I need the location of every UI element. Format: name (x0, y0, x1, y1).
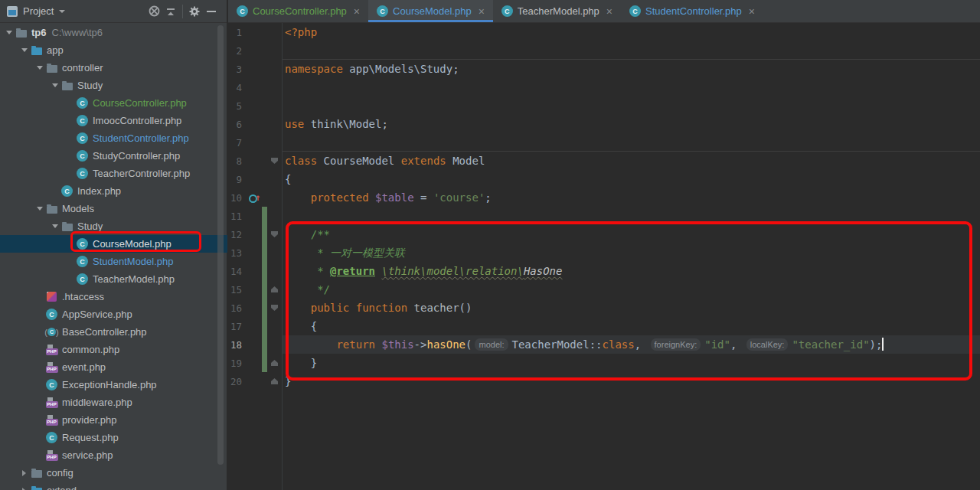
line-number[interactable]: 11 (228, 211, 248, 222)
tree-item-CourseController.php[interactable]: CCourseController.php (0, 94, 227, 112)
code-line-3[interactable]: 3namespace app\Models\Study; (228, 60, 980, 78)
close-tab-icon[interactable]: × (749, 6, 755, 17)
tree-item-StudentController.php[interactable]: CStudentController.php (0, 129, 227, 147)
tree-item-Models[interactable]: Models (0, 200, 227, 217)
code-line-18[interactable]: 18 return $this->hasOne(model:TeacherMod… (228, 335, 980, 354)
line-number[interactable]: 4 (228, 82, 248, 93)
line-number[interactable]: 17 (228, 321, 248, 332)
code-text[interactable]: */ (282, 280, 980, 299)
line-number[interactable]: 14 (228, 266, 248, 277)
line-number[interactable]: 5 (228, 100, 248, 112)
code-line-2[interactable]: 2 (228, 41, 980, 60)
code-text[interactable]: * @return \think\model\relation\HasOne (282, 262, 980, 280)
expand-open-icon[interactable] (34, 207, 45, 211)
tree-item-app[interactable]: app (0, 41, 227, 59)
line-number[interactable]: 8 (228, 155, 248, 167)
tree-item-TeacherModel.php[interactable]: CTeacherModel.php (0, 270, 227, 288)
expand-open-icon[interactable] (34, 66, 45, 70)
project-panel-title[interactable]: Project (23, 5, 54, 17)
expand-open-icon[interactable] (3, 31, 15, 34)
code-line-1[interactable]: 1<?php (228, 23, 980, 41)
tree-item-.htaccess[interactable]: .htaccess (0, 288, 227, 305)
expand-open-icon[interactable] (49, 224, 60, 228)
code-text[interactable]: public function teacher() (282, 299, 980, 317)
tree-item-config[interactable]: config (0, 464, 227, 482)
expand-open-icon[interactable] (18, 48, 30, 52)
code-text[interactable]: } (282, 354, 980, 372)
code-line-11[interactable]: 11 (228, 207, 980, 225)
tree-item-event.php[interactable]: PHPevent.php (0, 358, 227, 376)
close-tab-icon[interactable]: × (354, 6, 360, 17)
tree-item-StudentModel.php[interactable]: CStudentModel.php (0, 253, 227, 270)
tree-item-AppService.php[interactable]: CAppService.php (0, 305, 227, 323)
tab-CourseController.php[interactable]: CCourseController.php× (228, 0, 368, 22)
tree-item-middleware.php[interactable]: PHPmiddleware.php (0, 394, 227, 411)
code-line-17[interactable]: 17 { (228, 317, 980, 335)
line-number[interactable]: 1 (228, 27, 248, 38)
code-text[interactable]: protected $table = 'course'; (282, 188, 980, 207)
tree-item-StudyController.php[interactable]: CStudyController.php (0, 147, 227, 165)
code-line-16[interactable]: 16 public function teacher() (228, 299, 980, 317)
tree-item-common.php[interactable]: PHPcommon.php (0, 341, 227, 358)
code-editor[interactable]: 1<?php23namespace app\Models\Study;456us… (228, 23, 980, 490)
tree-item-Index.php[interactable]: CIndex.php (0, 182, 227, 200)
code-text[interactable] (282, 207, 980, 225)
code-text[interactable]: namespace app\Models\Study; (282, 60, 980, 78)
code-text[interactable]: /** (282, 225, 980, 243)
line-number[interactable]: 9 (228, 174, 248, 185)
line-number[interactable]: 16 (228, 302, 248, 314)
code-line-20[interactable]: 20} (228, 372, 980, 390)
collapse-all-button[interactable] (162, 3, 179, 20)
tab-CourseModel.php[interactable]: CCourseModel.php× (368, 0, 493, 22)
line-number[interactable]: 3 (228, 64, 248, 75)
line-number[interactable]: 10 (228, 192, 248, 204)
code-text[interactable]: return $this->hasOne(model:TeacherModel:… (282, 335, 980, 354)
tree-item-Study[interactable]: Study (0, 77, 227, 94)
line-number[interactable]: 15 (228, 284, 248, 296)
code-line-10[interactable]: 10 protected $table = 'course'; (228, 188, 980, 207)
close-tab-icon[interactable]: × (606, 6, 612, 17)
expand-open-icon[interactable] (49, 83, 60, 87)
tree-item-Study[interactable]: Study (0, 217, 227, 235)
code-text[interactable]: { (282, 170, 980, 188)
code-line-9[interactable]: 9{ (228, 170, 980, 188)
tree-item-ExceptionHandle.php[interactable]: CExceptionHandle.php (0, 376, 227, 394)
tree-item-extend[interactable]: extend (0, 482, 227, 490)
tree-item-controller[interactable]: controller (0, 59, 227, 77)
code-line-4[interactable]: 4 (228, 78, 980, 96)
code-text[interactable]: class CourseModel extends Model (282, 152, 980, 170)
tree-item-service.php[interactable]: PHPservice.php (0, 446, 227, 464)
code-text[interactable]: } (282, 372, 980, 390)
tree-scrollbar[interactable] (217, 25, 224, 465)
expand-closed-icon[interactable] (18, 488, 30, 490)
hide-panel-button[interactable] (203, 3, 220, 20)
line-number[interactable]: 13 (228, 247, 248, 259)
code-text[interactable]: { (282, 317, 980, 335)
code-text[interactable] (282, 133, 980, 152)
code-text[interactable] (282, 78, 980, 96)
code-text[interactable]: * 一对一模型关联 (282, 243, 980, 262)
tree-item-provider.php[interactable]: PHPprovider.php (0, 411, 227, 429)
code-line-14[interactable]: 14 * @return \think\model\relation\HasOn… (228, 262, 980, 280)
line-number[interactable]: 18 (228, 339, 248, 351)
tree-item-tp6[interactable]: tp6C:\www\tp6 (0, 24, 227, 41)
code-text[interactable] (282, 96, 980, 115)
code-line-15[interactable]: 15 */ (228, 280, 980, 299)
line-number[interactable]: 20 (228, 376, 248, 387)
fold-open-icon[interactable] (271, 305, 278, 311)
tool-window-icon[interactable] (7, 6, 18, 17)
line-number[interactable]: 2 (228, 45, 248, 57)
close-tab-icon[interactable]: × (479, 6, 485, 17)
tree-item-CourseModel.php[interactable]: CCourseModel.php (0, 235, 227, 253)
tree-item-TeacherController.php[interactable]: CTeacherController.php (0, 165, 227, 182)
fold-close-icon[interactable] (271, 360, 278, 366)
code-line-5[interactable]: 5 (228, 96, 980, 115)
tree-item-Request.php[interactable]: CRequest.php (0, 429, 227, 446)
tree-item-ImoocController.php[interactable]: CImoocController.php (0, 112, 227, 129)
expand-closed-icon[interactable] (18, 470, 30, 476)
settings-gear-button[interactable] (186, 3, 203, 20)
code-line-13[interactable]: 13 * 一对一模型关联 (228, 243, 980, 262)
fold-close-icon[interactable] (271, 378, 278, 384)
code-line-6[interactable]: 6use think\Model; (228, 115, 980, 133)
tab-StudentController.php[interactable]: CStudentController.php× (621, 0, 763, 22)
